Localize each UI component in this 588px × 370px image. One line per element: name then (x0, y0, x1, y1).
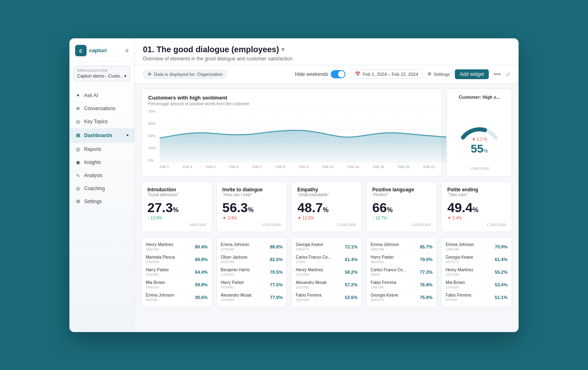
sidebar-item-settings[interactable]: ⚙ Settings (69, 195, 134, 208)
metric-card-positive: Positive language "Perfect" 66% ↑ 10.7% … (366, 182, 437, 232)
lb-row: Henry Martinez113/19458.2% (296, 266, 358, 279)
lb-row: Carlos Franco Ce...34/4477.3% (371, 266, 433, 279)
lb-row: Benjamin Harris176/22378.5% (221, 266, 283, 279)
metric-delta-introduction: ↑ 13.6% (147, 216, 206, 220)
metrics-row: Introduction "Good afternoon" 27.3% ↑ 13… (141, 182, 512, 232)
metric-card-empathy: Empathy "Understandable" 48.7% ▼ 12.2% 1… (291, 182, 362, 232)
metric-delta-polite: ▼ 5.4% (447, 216, 506, 220)
lb-row: Harry Parker380/48179.0% (371, 253, 433, 266)
x-axis-labels: Feb 1 Feb 2 Feb 5 Feb 6 Feb 7 Feb 8 Feb … (160, 165, 435, 169)
lb-row: Harry Parker373/48177.5% (221, 279, 283, 291)
lb-row: Fabio Ferreira146/19076.8% (371, 279, 433, 291)
leaderboard-polite: Emma Johnson139/19670.9% Georgia Keane16… (441, 237, 512, 307)
metric-header-introduction: Introduction "Good afternoon" (147, 187, 206, 197)
org-selector[interactable]: Organisation Capturi demo - Custo... ▾ (74, 66, 130, 82)
page-subtitle: Overview of elements in the good dialogu… (143, 56, 510, 62)
eye-icon: 👁 (147, 72, 152, 77)
chart-subtitle: Percentage amount of positive words from… (148, 102, 435, 106)
settings-button[interactable]: ⚙ Settings (428, 71, 450, 77)
sidebar-item-analysis[interactable]: ∿ Analysis (69, 169, 134, 182)
sidebar-item-coaching[interactable]: ◎ Coaching (69, 182, 134, 195)
metric-footer-positive: 2,378/3,605 (372, 223, 431, 227)
org-name: Capturi demo - Custo... ▾ (77, 73, 127, 79)
ask-ai-icon: ✦ (75, 93, 81, 98)
lb-row: Carlos Franco Ce...27/4461.4% (296, 253, 358, 266)
menu-toggle-icon[interactable]: ≡ (125, 47, 129, 54)
sidebar-item-conversations[interactable]: ≋ Conversations (69, 102, 134, 115)
metric-header-polite: Polite ending "Take care" (447, 187, 506, 197)
hide-weekends-control: Hide weekends (295, 70, 345, 78)
metric-card-invite: Invite to dialogue "How can I help" 56.3… (216, 182, 287, 232)
lb-row: Alexandru Musat162/28357.2% (296, 279, 358, 291)
settings-nav-icon: ⚙ (75, 199, 81, 204)
sidebar-item-dashboards[interactable]: ⊞ Dashboards (69, 128, 134, 143)
lb-row: Emma Johnson174/19688.8% (221, 241, 283, 253)
sidebar: c capturi ≡ Organisation Capturi demo - … (69, 38, 135, 332)
gauge-value: 55 (471, 142, 483, 155)
dashboard-grid: Customers with high sentiment Percentage… (135, 84, 519, 312)
app-window: c capturi ≡ Organisation Capturi demo - … (69, 38, 519, 332)
data-source-badge: 👁 Data is displayed for: Organization (143, 70, 227, 79)
leaderboard-invite: Emma Johnson174/19688.8% Oliver Jackson2… (216, 237, 287, 307)
metric-footer-invite: 2,031/3,605 (223, 223, 281, 227)
high-sentiment-gauge-card: Customer: High s... ▼ 1.2 % 55% 1,984/3,… (447, 89, 512, 177)
metric-card-introduction: Introduction "Good afternoon" 27.3% ↑ 13… (141, 182, 212, 232)
metric-footer-empathy: 1,754/3,605 (297, 223, 356, 227)
logo-text: capturi (89, 47, 107, 53)
dashboards-icon: ⊞ (75, 133, 81, 138)
add-widget-button[interactable]: Add widget (455, 69, 489, 79)
chart-area: 70% 50% 40% 20% 0% (148, 109, 435, 171)
gauge-svg (457, 113, 502, 140)
mini-card-footer: 1,984/3,605 (470, 166, 489, 171)
main-content: 01. The good dialogue (employees) ▾ Over… (135, 38, 519, 332)
lb-row: Mia Brown174/32653.4% (445, 279, 508, 291)
metric-header-positive: Positive language "Perfect" (372, 187, 431, 197)
mini-card-title: Customer: High s... (459, 95, 500, 100)
sidebar-item-reports[interactable]: ◎ Reports (69, 143, 134, 156)
lb-row: Emma Johnson139/19670.9% (445, 241, 508, 253)
lb-row: Alexandru Musat218/28377.0% (221, 291, 283, 304)
sidebar-item-insights[interactable]: ◉ Insights (69, 156, 134, 169)
metric-delta-positive: ↑ 10.7% (372, 216, 431, 220)
lb-row: Fabio Ferreira97/19051.1% (445, 291, 508, 304)
sidebar-item-key-topics[interactable]: ◎ Key Topics (69, 115, 134, 128)
lb-row: Marinela Plesca240/34469.8% (146, 253, 208, 266)
expand-icon[interactable]: ⤢ (506, 71, 510, 78)
lb-row: Oliver Jackson203/24682.5% (221, 253, 283, 266)
metric-footer-polite: 1,780/3,605 (447, 223, 506, 227)
leaderboard-positive: Emma Johnson168/19685.7% Harry Parker380… (366, 237, 437, 307)
more-options-icon[interactable]: ••• (494, 71, 501, 78)
leaderboard-row: Henry Martinez156/19480.4% Marinela Ples… (141, 237, 512, 307)
lb-row: Mia Brown195/32659.8% (146, 279, 208, 291)
logo-icon: c (75, 45, 87, 56)
hide-weekends-toggle[interactable] (331, 70, 345, 78)
gear-icon: ⚙ (428, 71, 432, 77)
lb-row: Emma Johnson60/19630.6% (146, 291, 208, 304)
sidebar-header: c capturi ≡ (69, 38, 134, 62)
insights-icon: ◉ (75, 160, 81, 165)
gauge-area: ▼ 1.2 % 55% (457, 113, 502, 155)
metric-delta-empathy: ▼ 12.2% (297, 216, 356, 220)
lb-row: Georgia Keane204/27275.0% (371, 291, 433, 304)
key-topics-icon: ◎ (75, 119, 81, 124)
y-axis-labels: 70% 50% 40% 20% 0% (148, 109, 156, 162)
metric-delta-invite: ▼ 3.4% (223, 216, 281, 220)
lb-row: Georgia Keane196/27272.1% (296, 241, 358, 253)
date-range-picker[interactable]: 📅 Feb 1, 2024 – Feb 22, 2024 (350, 69, 423, 79)
title-caret-icon[interactable]: ▾ (281, 46, 284, 53)
metric-header-invite: Invite to dialogue "How can I help" (223, 187, 281, 197)
sidebar-item-ask-ai[interactable]: ✦ Ask AI (69, 89, 134, 102)
metric-card-polite: Polite ending "Take care" 49.4% ▼ 5.4% 1… (441, 182, 512, 232)
toolbar: 👁 Data is displayed for: Organization Hi… (135, 65, 519, 84)
reports-icon: ◎ (75, 146, 81, 152)
lb-row: Harry Parker310/48164.4% (146, 266, 208, 279)
sentiment-chart-card: Customers with high sentiment Percentage… (141, 89, 442, 177)
leaderboard-empathy: Georgia Keane196/27272.1% Carlos Franco … (291, 237, 362, 307)
lb-row: Henry Martinez156/19480.4% (146, 241, 208, 253)
page-title: 01. The good dialogue (employees) ▾ (143, 45, 510, 54)
top-row: Customers with high sentiment Percentage… (141, 89, 512, 177)
lb-row: Henry Martinez107/19455.2% (445, 266, 508, 279)
page-header: 01. The good dialogue (employees) ▾ Over… (135, 38, 519, 65)
conversations-icon: ≋ (75, 106, 81, 111)
gauge-pct: % (483, 148, 488, 154)
